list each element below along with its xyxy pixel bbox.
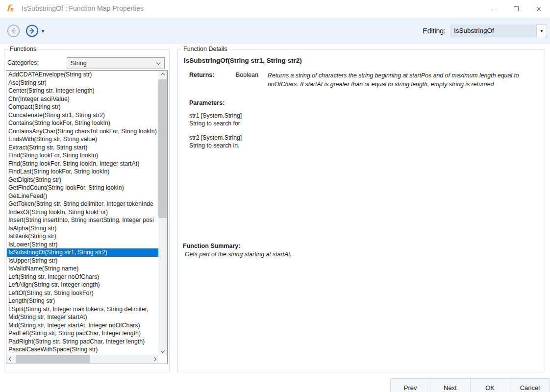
minimize-button[interactable] (482, 0, 505, 18)
returns-type: Boolean (236, 72, 258, 78)
list-item[interactable]: FindLast(String lookFor, String lookIn) (7, 168, 158, 176)
list-item[interactable]: Asc(String str) (7, 79, 158, 87)
parameters-label: Parameters: (189, 99, 225, 106)
functions-groupbox: Functions Categories: String AddCDATAEnv… (4, 49, 170, 372)
list-item[interactable]: Length(String str) (7, 297, 158, 305)
function-details-groupbox-label: Function Details (181, 46, 229, 53)
function-list-items: AddCDATAEnvelope(String str)Asc(String s… (7, 71, 158, 355)
returns-description: Returns a string of characters the strin… (268, 72, 542, 89)
functions-groupbox-label: Functions (8, 46, 38, 53)
scroll-right-button[interactable] (150, 355, 158, 363)
vertical-scrollbar[interactable] (158, 71, 167, 355)
function-summary-label: Function Summary: (183, 243, 240, 249)
list-item[interactable]: IsUpper(String str) (7, 257, 158, 265)
forward-button[interactable] (25, 24, 39, 38)
list-item[interactable]: IsValidName(String name) (7, 265, 158, 273)
maximize-button[interactable] (505, 0, 527, 18)
list-item[interactable]: GetFindCount(String lookFor, String look… (7, 184, 158, 192)
list-item[interactable]: Insert(String insertInto, String insertS… (7, 216, 158, 224)
editing-combobox-value: IsSubstringOf (450, 24, 536, 37)
parameter-name: str1 [System.String] (189, 112, 242, 120)
list-item[interactable]: EndsWith(String str, String value) (7, 135, 158, 144)
prev-button[interactable]: Prev (390, 378, 430, 392)
window-controls: × (482, 0, 550, 18)
list-item[interactable]: Compact(String str) (7, 103, 158, 111)
list-item[interactable]: IsBlank(String str) (7, 232, 158, 241)
categories-label: Categories: (7, 59, 39, 66)
list-item[interactable]: LeftOf(String str, String lookFor) (7, 289, 158, 297)
function-summary-text: Gets part of the string starting at star… (185, 251, 292, 258)
scrollbar-corner (158, 355, 167, 363)
toolbar: ▾ Editing: IsSubstringOf ▾ (0, 18, 550, 44)
parameter-description: String to search for (189, 120, 242, 128)
horizontal-scrollbar-thumb[interactable] (16, 355, 90, 363)
cancel-button[interactable]: Cancel (510, 378, 550, 392)
list-item[interactable]: LSplit(String str, Integer maxTokens, St… (7, 305, 158, 314)
forward-dropdown-caret-icon[interactable]: ▾ (42, 28, 44, 34)
list-item[interactable]: Extract(String str, String start) (7, 144, 158, 152)
fx-window-icon: fx (6, 3, 13, 14)
list-item[interactable]: GetLineFeed() (7, 192, 158, 200)
close-icon: × (536, 5, 541, 13)
list-item[interactable]: Find(String lookFor, String lookIn) (7, 151, 158, 160)
dropdown-caret-icon: ▾ (541, 28, 543, 33)
parameter-name: str2 [System.String] (189, 134, 242, 142)
list-item[interactable]: IsAlpha(String str) (7, 224, 158, 233)
list-item[interactable]: GetToken(String str, String delimiter, I… (7, 200, 158, 208)
list-item[interactable]: PadRight(String str, String padChar, Int… (7, 338, 158, 346)
chevron-left-icon (9, 357, 13, 361)
list-item[interactable]: IsLower(String str) (7, 241, 158, 249)
close-button[interactable]: × (527, 0, 550, 18)
list-item[interactable]: Concatenate(String str1, String str2) (7, 111, 158, 120)
horizontal-scrollbar[interactable] (7, 355, 158, 363)
scroll-up-button[interactable] (158, 71, 167, 79)
editing-label: Editing: (423, 27, 446, 35)
list-item[interactable]: ContainsAnyChar(String charsToLookFor, S… (7, 127, 158, 136)
editing-group: Editing: IsSubstringOf ▾ (423, 18, 547, 44)
list-item[interactable]: LeftAlign(String str, Integer length) (7, 281, 158, 289)
ok-button[interactable]: OK (470, 378, 510, 392)
window-title: IsSubstringOf : Function Map Properties (22, 4, 144, 12)
list-item[interactable]: PascalCaseWithSpace(String str) (7, 345, 158, 354)
function-details-groupbox: Function Details IsSubstringOf(String st… (177, 49, 545, 372)
list-item[interactable]: IndexOf(String lookIn, String lookFor) (7, 208, 158, 217)
parameter-block: str1 [System.String] String to search fo… (189, 112, 242, 127)
chevron-down-icon (160, 349, 164, 353)
list-item[interactable]: GetDigits(String str) (7, 176, 158, 184)
chevron-right-icon (152, 357, 156, 361)
scroll-left-button[interactable] (7, 355, 15, 363)
list-item[interactable]: Left(String str, Integer noOfChars) (7, 273, 158, 281)
back-button[interactable] (7, 24, 20, 38)
list-item[interactable]: PadLeft(String str, String padChar, Inte… (7, 329, 158, 338)
list-item[interactable]: Center(String str, Integer length) (7, 87, 158, 95)
minimize-icon (491, 9, 497, 9)
list-item[interactable]: Mid(String str, Integer startAt) (7, 313, 158, 321)
returns-label: Returns: (189, 72, 214, 78)
function-signature: IsSubstringOf(String str1, String str2) (184, 57, 302, 64)
next-button[interactable]: Next (430, 378, 470, 392)
maximize-icon (514, 6, 519, 11)
list-item[interactable]: Find(String lookFor, String lookIn, Inte… (7, 160, 158, 168)
function-list[interactable]: AddCDATAEnvelope(String str)Asc(String s… (6, 70, 168, 364)
parameter-block: str2 [System.String] String to search in… (189, 134, 242, 149)
list-item[interactable]: Contains(String lookFor, String lookIn) (7, 119, 158, 127)
editing-combobox-drop-button[interactable]: ▾ (536, 24, 547, 37)
list-item[interactable]: IsSubstringOf(String str1, String str2) (7, 248, 158, 257)
vertical-scrollbar-thumb[interactable] (158, 79, 167, 218)
title-bar: fx IsSubstringOf : Function Map Properti… (0, 0, 550, 18)
list-item[interactable]: Chr(Integer asciiValue) (7, 95, 158, 103)
parameter-description: String to search in. (189, 142, 242, 150)
chevron-up-icon (160, 73, 164, 77)
scroll-down-button[interactable] (158, 347, 167, 355)
chevron-down-icon (156, 60, 160, 64)
list-item[interactable]: Mid(String str, Integer startAt, Integer… (7, 321, 158, 330)
categories-combobox-value: String (67, 60, 157, 67)
footer-button-row: Prev Next OK Cancel (390, 378, 550, 392)
categories-combobox[interactable]: String (67, 57, 165, 69)
editing-combobox[interactable]: IsSubstringOf ▾ (450, 24, 547, 37)
list-item[interactable]: AddCDATAEnvelope(String str) (7, 71, 158, 79)
